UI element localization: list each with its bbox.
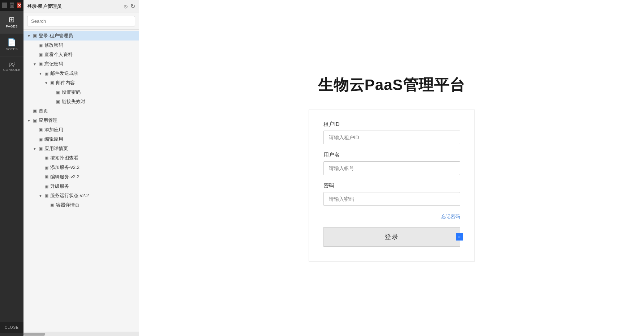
tree-item-label: 按拓扑图查看 [50,155,78,161]
tree-item-forgot-pwd[interactable]: ▼ ▣ 忘记密码 [23,59,139,69]
file-icon: ▣ [50,203,55,208]
file-icon: ▣ [44,165,49,170]
tree-item-set-pwd[interactable]: ▶ ▣ 设置密码 [23,88,139,97]
tree-item-label: 忘记密码 [44,61,63,67]
file-icon: ▣ [55,90,60,95]
tree-item-email-content[interactable]: ▼ ▣ 邮件内容 [23,78,139,88]
login-container: 生物云PaaS管理平台 租户ID 用户名 密码 忘记密码 [301,75,482,261]
tree-item-label: 编辑服务-v2.2 [50,174,80,180]
refresh-icon[interactable]: ↻ [130,3,135,10]
tree-item-label: 邮件发送成功 [50,70,78,77]
tree-item-link-expired[interactable]: ▶ ▣ 链接失效时 [23,97,139,106]
tree-item-label: 首页 [39,108,48,114]
notes-icon: 📄 [7,39,16,46]
tree-item-label: 设置密码 [62,89,81,95]
forgot-password-link[interactable]: 忘记密码 [441,214,460,219]
login-button-wrapper: 登录 ≡ [323,227,460,247]
tree-item-label: 服务运行状态-v2.2 [50,192,89,199]
expand-arrow: ▼ [32,61,37,67]
page-title: 生物云PaaS管理平台 [318,75,465,95]
tree-item-app-detail[interactable]: ▼ ▣ 应用详情页 [23,144,139,153]
file-icon: ▣ [32,109,37,114]
close-window-button[interactable]: ✕ [17,3,21,8]
tree-item-profile[interactable]: ▶ ▣ 查看个人资料 [23,50,139,59]
folder-icon: ▣ [32,118,37,123]
tree-item-label: 邮件内容 [56,80,75,86]
sidebar-item-label: PAGES [6,25,18,28]
external-link-icon[interactable]: ⎋ [124,3,128,10]
sidebar-icons-panel: — □ ✕ ⊞ PAGES 📄 NOTES {x} CONSOLE CLOSE [0,0,23,336]
horizontal-scrollbar[interactable] [23,332,139,336]
tree-item-upgrade-service[interactable]: ▶ ▣ 升级服务 [23,182,139,191]
tree-item-app-management[interactable]: ▼ ▣ 应用管理 [23,116,139,125]
forgot-password-container: 忘记密码 [323,213,460,220]
tree-item-label: 添加服务-v2.2 [50,164,80,171]
tree-item-label: 链接失效时 [62,98,85,105]
tree-item-label: 登录-租户管理员 [39,33,73,39]
file-icon: ▣ [55,99,60,104]
tree-content: ▼ ▣ 登录-租户管理员 ▶ ▣ 修改密码 ▶ ▣ 查看个人资料 ▼ ▣ 忘记密… [23,30,139,332]
tenant-id-label: 租户ID [323,121,460,128]
tree-item-add-app[interactable]: ▶ ▣ 添加应用 [23,125,139,135]
expand-arrow: ▼ [44,80,49,85]
tenant-id-input[interactable] [323,131,460,144]
username-label: 用户名 [323,152,460,158]
tree-panel-title: 登录-租户管理员 [27,3,121,10]
tree-item-service-status[interactable]: ▼ ▣ 服务运行状态-v2.2 [23,191,139,200]
sidebar-item-pages[interactable]: ⊞ PAGES [0,11,23,34]
tree-item-label: 编辑应用 [44,136,63,143]
sidebar-item-notes[interactable]: 📄 NOTES [0,34,23,56]
password-group: 密码 [323,182,460,206]
annotation-dot: ≡ [456,233,463,241]
login-button[interactable]: 登录 [323,227,460,247]
top-bar: — □ ✕ [0,0,23,11]
minimize-button[interactable]: — [2,3,7,8]
tree-item-container-detail[interactable]: ▶ ▣ 容器详情页 [23,200,139,210]
file-icon: ▣ [44,184,49,189]
tree-item-label: 应用管理 [39,117,57,124]
tree-panel: 登录-租户管理员 ⎋ ↻ ▼ ▣ 登录-租户管理员 ▶ ▣ 修改密码 ▶ ▣ 查… [23,0,139,336]
tree-item-add-service[interactable]: ▶ ▣ 添加服务-v2.2 [23,163,139,172]
tree-item-change-pwd[interactable]: ▶ ▣ 修改密码 [23,41,139,50]
folder-icon: ▣ [32,33,37,38]
tree-item-root[interactable]: ▼ ▣ 登录-租户管理员 [23,31,139,41]
file-icon: ▣ [38,43,43,48]
tenant-id-group: 租户ID [323,121,460,144]
sidebar-bottom: CLOSE [0,322,23,336]
tree-panel-header: 登录-租户管理员 ⎋ ↻ [23,0,139,13]
expand-arrow: ▼ [38,71,43,76]
console-icon: {x} [9,61,14,67]
sidebar-item-label: CONSOLE [3,68,21,72]
close-button[interactable]: CLOSE [0,322,23,333]
tree-item-label: 容器详情页 [56,202,80,208]
folder-icon: ▣ [44,71,49,76]
expand-arrow: ▼ [32,146,37,151]
tree-item-edit-app[interactable]: ▶ ▣ 编辑应用 [23,135,139,144]
username-group: 用户名 [323,152,460,175]
file-icon: ▣ [38,52,43,57]
folder-icon: ▣ [44,193,49,198]
file-icon: ▣ [38,127,43,132]
tree-item-edit-service[interactable]: ▶ ▣ 编辑服务-v2.2 [23,172,139,182]
sidebar-item-label: NOTES [6,47,18,51]
expand-arrow: ▼ [26,33,31,38]
sidebar-item-console[interactable]: {x} CONSOLE [0,56,23,77]
tree-item-topo-view[interactable]: ▶ ▣ 按拓扑图查看 [23,153,139,163]
tree-item-label: 应用详情页 [44,145,68,152]
tree-item-label: 添加应用 [44,127,63,133]
main-content: 生物云PaaS管理平台 租户ID 用户名 密码 忘记密码 [139,0,644,336]
tree-item-email-sent[interactable]: ▼ ▣ 邮件发送成功 [23,69,139,78]
folder-icon: ▣ [50,80,55,85]
search-input[interactable] [27,16,135,26]
folder-icon: ▣ [38,61,43,67]
password-input[interactable] [323,192,460,206]
tree-item-label: 查看个人资料 [44,51,73,58]
file-icon: ▣ [44,174,49,179]
password-label: 密码 [323,182,460,189]
annotation-lines-icon: ≡ [458,234,460,239]
tree-item-home[interactable]: ▶ ▣ 首页 [23,106,139,116]
username-input[interactable] [323,161,460,175]
maximize-button[interactable]: □ [10,3,14,8]
tree-item-label: 升级服务 [50,183,69,190]
file-icon: ▣ [44,156,49,161]
